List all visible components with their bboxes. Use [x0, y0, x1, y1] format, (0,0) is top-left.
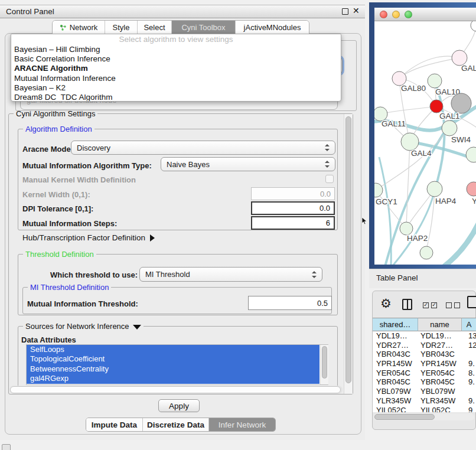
aracne-mode-combobox[interactable]: Discovery	[71, 141, 335, 155]
network-node[interactable]	[466, 147, 476, 162]
close-icon[interactable]: ✕	[353, 6, 360, 15]
table-row[interactable]: YPR145WYPR145W9.	[373, 359, 476, 369]
hub-definition-toggle[interactable]: Hub/Transcription Factor Definition	[22, 233, 155, 242]
dropdown-item[interactable]: ARACNE Algorithm	[11, 64, 341, 73]
settings-hscrollbar[interactable]	[9, 386, 343, 394]
close-traffic-light-icon[interactable]	[380, 11, 387, 18]
settings-vscrollbar[interactable]	[344, 114, 353, 394]
mi-threshold-field[interactable]: 0.5	[248, 296, 332, 310]
dropdown-item[interactable]: Bayesian – K2	[11, 83, 341, 93]
dpi-tolerance-field[interactable]: 0.0	[251, 201, 335, 215]
deselect-checkbox-icon[interactable]	[454, 302, 460, 308]
float-panel-icon[interactable]	[342, 8, 348, 15]
sources-title[interactable]: Sources for Network Inference	[23, 322, 144, 331]
settings-vscrollbar-thumb[interactable]	[345, 116, 351, 383]
minimized-panel-icon[interactable]	[2, 444, 11, 450]
tab-network[interactable]: Network	[53, 21, 105, 34]
table-row[interactable]: YIL052CYIL052C9	[373, 406, 476, 413]
network-node-swi4[interactable]	[442, 120, 457, 136]
dropdown-item[interactable]: Bayesian – Hill Climbing	[11, 45, 341, 54]
table-row[interactable]: YBL079WYBL079W	[373, 387, 476, 396]
mi-steps-field[interactable]: 6	[251, 216, 335, 230]
column-header-partial[interactable]: A	[462, 318, 476, 331]
apply-button[interactable]: Apply	[158, 399, 200, 412]
table-cell: YBL079W	[376, 387, 411, 396]
tab-label: Select	[144, 23, 165, 32]
network-node-y[interactable]	[467, 182, 476, 196]
tab-cyni-toolbox[interactable]: Cyni Toolbox	[172, 21, 236, 34]
table-row[interactable]: YDL19…YDL19…13	[373, 331, 476, 341]
zoom-traffic-light-icon[interactable]	[405, 11, 412, 18]
select-all-checkbox-icon[interactable]: ✓	[423, 302, 429, 308]
tab-label: jActiveMNodules	[244, 23, 301, 32]
tab-infer-network[interactable]: Infer Network	[209, 418, 275, 431]
table-row[interactable]: YLR345WYLR345W9.	[373, 396, 476, 406]
table-hscrollbar[interactable]	[374, 413, 474, 420]
attribute-list-item[interactable]: TopologicalCoefficient	[27, 354, 319, 364]
network-node-hap2[interactable]	[400, 222, 413, 235]
network-graph[interactable]: GALGAL80GAL10GAL1GAL11SWI4GAL4GCY1HAP4YH…	[374, 21, 476, 265]
table-row[interactable]: YER054CYER054C8.	[373, 369, 476, 378]
which-threshold-combobox[interactable]: MI Threshold	[139, 267, 322, 282]
stepper-arrows-icon	[325, 144, 330, 151]
network-node-gal10[interactable]	[428, 74, 442, 88]
kernel-width-label: Kernel Width (0,1):	[22, 190, 90, 199]
which-threshold-label: Which threshold to use:	[50, 270, 138, 279]
dropdown-item[interactable]: Mutual Information Inference	[11, 74, 341, 83]
table-cell: 12	[468, 341, 476, 350]
aracne-mode-label: Aracne Mode:	[22, 145, 73, 154]
gear-icon[interactable]: ⚙	[380, 296, 392, 311]
attribute-list-item[interactable]: gal4RGexp	[27, 374, 319, 383]
tab-jactivemnodules[interactable]: jActiveMNodules	[236, 21, 309, 34]
screen: Control Panel ✕ Network Style Select Cyn…	[0, 0, 476, 450]
table-row[interactable]: YDR27…YDR27…12	[373, 341, 476, 350]
split-columns-icon[interactable]	[402, 299, 412, 310]
column-header-name[interactable]: name	[418, 318, 462, 331]
minimize-traffic-light-icon[interactable]	[392, 11, 400, 18]
dropdown-item[interactable]: Dream8 DC_TDC Algorithm	[11, 93, 341, 102]
stepper-arrows-icon	[325, 161, 330, 168]
attribute-list-item[interactable]: SelfLoops	[27, 345, 319, 354]
table-row[interactable]: YBR043CYBR043C	[373, 350, 476, 359]
network-node-hap4[interactable]	[427, 181, 442, 197]
manual-kernel-label: Manual Kernel Width Definition	[22, 175, 136, 184]
column-header-shared-name[interactable]: shared…	[373, 318, 418, 331]
manual-kernel-checkbox[interactable]	[325, 175, 334, 183]
network-node-label: GCY1	[376, 197, 397, 206]
tab-impute-data[interactable]: Impute Data	[86, 418, 143, 431]
attributes-vscrollbar-thumb[interactable]	[322, 346, 327, 379]
tab-discretize-data[interactable]: Discretize Data	[143, 418, 209, 431]
table-cell: YLR345W	[376, 396, 411, 406]
tab-label: Infer Network	[219, 420, 266, 429]
collapsed-arrow-icon	[150, 234, 155, 242]
settings-hscrollbar-thumb[interactable]	[10, 386, 341, 393]
table-row[interactable]: YBR045CYBR045C9.	[373, 377, 476, 387]
select-all-checkbox-icon[interactable]: ✓	[431, 302, 437, 308]
network-window-titlebar	[374, 8, 476, 21]
attributes-vscrollbar[interactable]	[320, 345, 328, 384]
dropdown-item[interactable]: Basic Correlation Inference	[11, 54, 341, 64]
table-hscrollbar-thumb[interactable]	[374, 414, 435, 420]
dpi-tolerance-label: DPI Tolerance [0,1]:	[22, 204, 93, 213]
deselect-checkbox-icon[interactable]	[446, 302, 452, 308]
table-cell: YBR045C	[376, 377, 410, 387]
table-cell: 9.	[468, 396, 475, 406]
network-node-gcy1[interactable]	[374, 183, 383, 197]
tab-select[interactable]: Select	[138, 21, 172, 34]
file-icon[interactable]	[467, 296, 476, 308]
network-node-gal4[interactable]	[401, 133, 419, 151]
table-cell: YIL052C	[376, 406, 406, 413]
which-threshold-value: MI Threshold	[145, 270, 190, 279]
network-node-gal1[interactable]	[430, 100, 443, 113]
attribute-list-item[interactable]: BetweennessCentrality	[27, 364, 319, 374]
tab-style[interactable]: Style	[105, 21, 138, 34]
tab-label: Discretize Data	[147, 420, 204, 429]
data-attributes-label: Data Attributes	[21, 335, 76, 344]
network-node-label: GAL80	[401, 84, 426, 93]
data-attributes-list[interactable]: SelfLoopsTopologicalCoefficientBetweenne…	[26, 344, 328, 385]
node-table-body[interactable]: YDL19…YDL19…13YDR27…YDR27…12YBR043CYBR04…	[373, 331, 476, 412]
network-node[interactable]	[420, 246, 433, 259]
network-node[interactable]	[471, 21, 476, 31]
mi-type-combobox[interactable]: Naive Bayes	[161, 157, 335, 171]
network-node[interactable]	[451, 93, 471, 113]
